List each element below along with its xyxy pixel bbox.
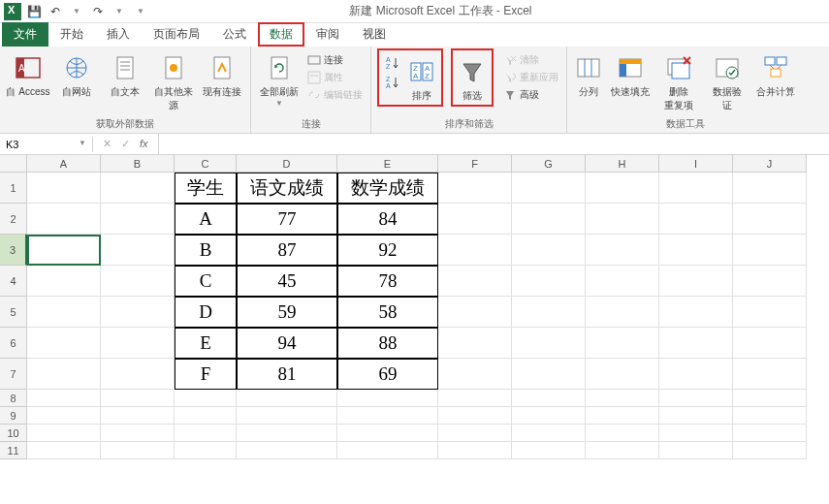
cell[interactable] (512, 442, 586, 459)
col-header-G[interactable]: G (512, 155, 586, 173)
cell[interactable]: C (175, 266, 237, 297)
cell[interactable] (659, 235, 733, 266)
flash-fill-button[interactable]: 快速填充 (608, 48, 653, 99)
cell[interactable] (659, 407, 733, 425)
cell[interactable] (659, 266, 733, 297)
cell[interactable] (337, 407, 438, 425)
cell[interactable]: A (175, 204, 237, 235)
cell[interactable] (438, 328, 512, 359)
cell[interactable] (733, 235, 807, 266)
cell[interactable] (27, 204, 101, 235)
cell[interactable] (659, 442, 733, 459)
name-box-dropdown[interactable]: ▼ (79, 139, 86, 150)
cell[interactable] (101, 204, 175, 235)
row-header-2[interactable]: 2 (0, 204, 27, 235)
refresh-all-button[interactable]: 全部刷新 ▼ (257, 48, 302, 108)
redo-button[interactable]: ↷ (89, 3, 107, 20)
cell[interactable] (586, 297, 659, 328)
cell[interactable] (659, 204, 733, 235)
cell[interactable] (438, 359, 512, 390)
cell[interactable] (586, 407, 659, 425)
cell[interactable] (337, 442, 438, 459)
from-text-button[interactable]: 自文本 (103, 48, 147, 99)
cell[interactable] (337, 425, 438, 442)
qat-customize[interactable]: ▼ (132, 3, 149, 20)
cell[interactable]: 84 (337, 204, 438, 235)
row-header-9[interactable]: 9 (0, 407, 27, 425)
cell[interactable] (438, 266, 512, 297)
cell[interactable] (512, 390, 586, 407)
cell[interactable] (733, 173, 807, 204)
from-other-button[interactable]: 自其他来源 (151, 48, 196, 112)
cell[interactable] (27, 442, 101, 459)
cell[interactable] (586, 359, 659, 390)
cell[interactable] (733, 390, 807, 407)
cell[interactable]: E (175, 328, 237, 359)
cell[interactable] (237, 442, 337, 459)
row-header-4[interactable]: 4 (0, 266, 27, 297)
cell[interactable] (512, 359, 586, 390)
row-header-3[interactable]: 3 (0, 235, 27, 266)
cell[interactable] (101, 407, 175, 425)
cell[interactable] (733, 407, 807, 425)
cell[interactable] (586, 173, 659, 204)
cell[interactable] (101, 390, 175, 407)
row-header-6[interactable]: 6 (0, 328, 27, 359)
cell[interactable]: B (175, 235, 237, 266)
row-header-8[interactable]: 8 (0, 390, 27, 407)
tab-insert[interactable]: 插入 (95, 22, 142, 47)
cell[interactable]: 45 (237, 266, 337, 297)
cell[interactable] (27, 425, 101, 442)
cell[interactable]: 78 (337, 266, 438, 297)
from-web-button[interactable]: 自网站 (54, 48, 99, 99)
col-header-H[interactable]: H (586, 155, 659, 173)
cell[interactable] (512, 407, 586, 425)
tab-review[interactable]: 审阅 (304, 22, 351, 47)
remove-dup-button[interactable]: 删除 重复项 (656, 48, 701, 112)
cell[interactable] (586, 442, 659, 459)
cell[interactable]: 94 (237, 328, 337, 359)
cell[interactable] (512, 425, 586, 442)
row-header-7[interactable]: 7 (0, 359, 27, 390)
clear-button[interactable]: 清除 (501, 52, 560, 68)
cell[interactable] (733, 266, 807, 297)
col-header-B[interactable]: B (101, 155, 175, 173)
sort-desc-button[interactable]: ZA (383, 74, 402, 91)
col-header-I[interactable]: I (659, 155, 733, 173)
cell[interactable] (438, 235, 512, 266)
cell[interactable] (586, 425, 659, 442)
cell[interactable] (659, 173, 733, 204)
cell[interactable] (512, 266, 586, 297)
cell[interactable] (337, 390, 438, 407)
cell[interactable] (101, 442, 175, 459)
row-header-11[interactable]: 11 (0, 442, 27, 459)
cell[interactable] (101, 328, 175, 359)
col-header-D[interactable]: D (237, 155, 337, 173)
cell[interactable] (175, 425, 237, 442)
cell[interactable] (438, 297, 512, 328)
row-header-1[interactable]: 1 (0, 173, 27, 204)
cell[interactable]: F (175, 359, 237, 390)
cancel-icon[interactable]: ✕ (103, 138, 112, 150)
cell[interactable] (586, 204, 659, 235)
cell[interactable]: 87 (237, 235, 337, 266)
cell[interactable] (438, 407, 512, 425)
cell[interactable]: 81 (237, 359, 337, 390)
cell[interactable] (27, 266, 101, 297)
data-validation-button[interactable]: 数据验 证 (705, 48, 749, 112)
cell[interactable] (27, 328, 101, 359)
cell[interactable] (733, 328, 807, 359)
cell[interactable] (438, 390, 512, 407)
cell[interactable] (586, 390, 659, 407)
col-header-F[interactable]: F (438, 155, 512, 173)
cell[interactable]: 语文成绩 (237, 173, 337, 204)
undo-button[interactable]: ↶ (47, 3, 64, 20)
cell[interactable] (586, 266, 659, 297)
sort-button[interactable]: ZAAZ 排序 (404, 52, 439, 103)
cell[interactable]: D (175, 297, 237, 328)
text-to-columns-button[interactable]: 分列 (573, 48, 604, 99)
reapply-button[interactable]: 重新应用 (501, 70, 560, 85)
cell[interactable] (438, 442, 512, 459)
tab-home[interactable]: 开始 (48, 22, 95, 47)
cell[interactable] (175, 390, 237, 407)
